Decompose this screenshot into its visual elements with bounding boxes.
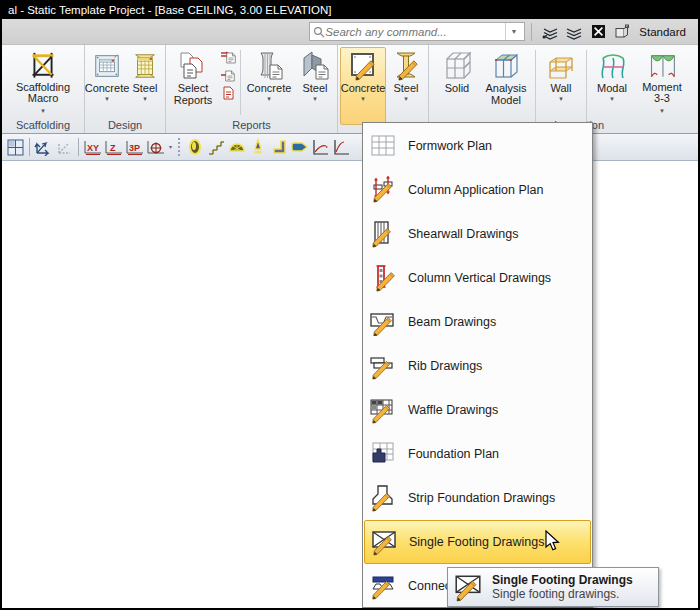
lock-mode-icon[interactable] [613, 23, 631, 41]
tooltip-title: Single Footing Drawings [492, 573, 633, 587]
report-template-icon[interactable] [220, 86, 236, 101]
column-tool-icon[interactable] [184, 137, 205, 158]
modal-button[interactable]: Modal ▾ [589, 47, 635, 117]
dropdown-arrow-icon: ▾ [559, 95, 563, 103]
solid-model-icon [441, 50, 473, 82]
coord-xy-icon[interactable]: XY [82, 137, 103, 158]
divider [78, 138, 79, 156]
button-label: Wall [551, 83, 572, 95]
report-concrete-button[interactable]: Concrete ▾ [243, 47, 295, 117]
application-window: al - Static Template Project - [Base CEI… [0, 0, 700, 610]
layer-stack-icon[interactable] [565, 23, 583, 41]
menu-item-label: Waffle Drawings [408, 403, 498, 417]
button-label: Steel [393, 83, 418, 95]
coord-z-icon[interactable]: Z [103, 137, 124, 158]
column-vertical-drawings-icon [369, 264, 397, 292]
drawings-steel-button[interactable]: Steel ▾ [386, 47, 426, 117]
menu-item-waffle-drawings[interactable]: Waffle Drawings [363, 388, 592, 432]
menu-item-strip-foundation-drawings[interactable]: Strip Foundation Drawings [363, 476, 592, 520]
moment-diagram-icon [646, 50, 678, 81]
menu-item-label: Strip Foundation Drawings [408, 491, 555, 505]
dome-tool-icon[interactable] [226, 137, 247, 158]
menu-item-rib-drawings[interactable]: Rib Drawings [363, 344, 592, 388]
analysis-model-icon [490, 50, 522, 82]
search-icon [313, 26, 325, 38]
wall-button[interactable]: Wall ▾ [538, 47, 584, 117]
analysis-model-button[interactable]: Analysis Model [479, 47, 533, 117]
beam-drawings-icon [369, 308, 397, 336]
scaffolding-macro-button[interactable]: Scaffolding Macro▾ [4, 47, 82, 117]
concrete-slab-icon [92, 50, 122, 82]
selection-box-icon[interactable] [589, 23, 607, 41]
button-label: Concrete [85, 83, 130, 95]
select-reports-button[interactable]: Select Reports [168, 47, 218, 117]
report-steel-button[interactable]: Steel ▾ [295, 47, 335, 117]
drawing-canvas[interactable] [2, 161, 698, 608]
drawings-concrete-button[interactable]: Concrete ▾ [340, 47, 386, 125]
menu-item-formwork-plan[interactable]: Formwork Plan [363, 124, 592, 168]
ribbon-group-inspection: Solid Analysis Model [429, 45, 698, 133]
slab-tool-icon[interactable] [289, 137, 310, 158]
search-dropdown-arrow-icon[interactable]: ▼ [505, 23, 521, 40]
menu-item-column-vertical-drawings[interactable]: Column Vertical Drawings [363, 256, 592, 300]
dropdown-arrow-icon: ▾ [610, 95, 614, 103]
menu-item-column-application-plan[interactable]: Column Application Plan [363, 168, 592, 212]
corner-tool-icon[interactable] [268, 137, 289, 158]
menu-item-beam-drawings[interactable]: Beam Drawings [363, 300, 592, 344]
button-label: Solid [445, 83, 469, 95]
menu-item-label: Column Application Plan [408, 183, 544, 197]
svg-text:XY: XY [87, 143, 99, 153]
group-label: Design [85, 118, 165, 133]
steel-shape-icon [299, 50, 331, 82]
ribbon: Scaffolding Macro▾ Scaffolding [2, 45, 698, 134]
command-search-box[interactable]: ▼ [309, 22, 525, 41]
toolbar-overflow-icon[interactable]: ▾ [166, 145, 175, 150]
profile-name[interactable]: Standard [639, 26, 686, 38]
curve-chart-icon-2[interactable] [331, 137, 352, 158]
button-label: Select Reports [170, 83, 216, 106]
concrete-column-icon [253, 50, 285, 82]
dropdown-arrow-icon: ▾ [313, 95, 317, 103]
design-concrete-button[interactable]: Concrete ▾ [87, 47, 127, 117]
reports-stack-icon [177, 50, 209, 82]
group-label: Scaffolding [2, 118, 84, 133]
window-pane-icon[interactable] [5, 137, 26, 158]
plumb-tool-icon[interactable] [247, 137, 268, 158]
moment-3-3-button[interactable]: Moment 3-3▾ [635, 47, 689, 117]
rib-drawings-icon [369, 352, 397, 380]
coord-3p-icon[interactable]: 3P [124, 137, 145, 158]
axis-rotate-icon[interactable] [33, 137, 54, 158]
dropdown-arrow-icon: ▾ [143, 95, 147, 103]
curve-chart-icon[interactable] [310, 137, 331, 158]
drawing-toolbar: XY Z 3P ▾ [2, 134, 698, 161]
axis-disabled-icon[interactable] [54, 137, 75, 158]
tooltip: Single Footing Drawings Single footing d… [447, 567, 659, 607]
button-label: Moment 3-3 [637, 82, 687, 105]
strip-foundation-drawings-icon [369, 484, 397, 512]
dropdown-arrow-icon: ▾ [267, 95, 271, 103]
design-steel-button[interactable]: Steel ▾ [127, 47, 163, 117]
search-input[interactable] [325, 26, 505, 38]
menu-item-foundation-plan[interactable]: Foundation Plan [363, 432, 592, 476]
dropdown-arrow-icon: ▾ [105, 95, 109, 103]
formwork-plan-icon [369, 132, 397, 160]
menu-item-shearwall-drawings[interactable]: Shearwall Drawings [363, 212, 592, 256]
layer-list-icon[interactable] [541, 23, 559, 41]
solid-button[interactable]: Solid [435, 47, 479, 117]
dropdown-arrow-icon: ▾ [404, 95, 408, 103]
insert-report-icon[interactable] [220, 68, 236, 83]
group-label: Reports [166, 118, 337, 133]
window-title: al - Static Template Project - [Base CEI… [8, 4, 331, 16]
foundation-plan-icon [369, 440, 397, 468]
svg-text:Z: Z [110, 143, 116, 153]
add-report-icon[interactable] [220, 50, 236, 65]
divider [29, 138, 30, 156]
steel-section-icon [130, 50, 160, 82]
shearwall-drawings-icon [369, 220, 397, 248]
command-bar: ▼ Standard [2, 19, 698, 45]
divider [178, 138, 181, 156]
mouse-cursor-icon [543, 530, 563, 552]
menu-item-label: Single Footing Drawings [409, 535, 545, 549]
coord-origin-icon[interactable] [145, 137, 166, 158]
stair-tool-icon[interactable] [205, 137, 226, 158]
